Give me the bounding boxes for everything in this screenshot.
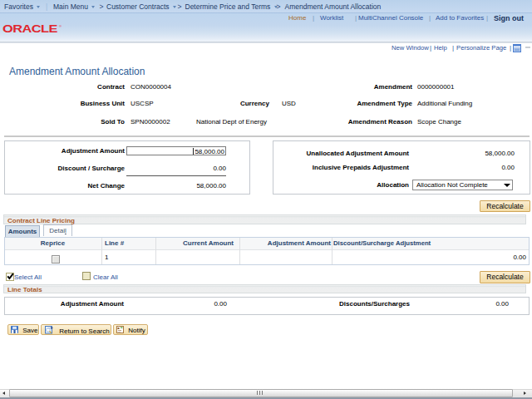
svg-text:ORACLE: ORACLE — [2, 23, 57, 34]
svg-text:®: ® — [59, 23, 62, 27]
